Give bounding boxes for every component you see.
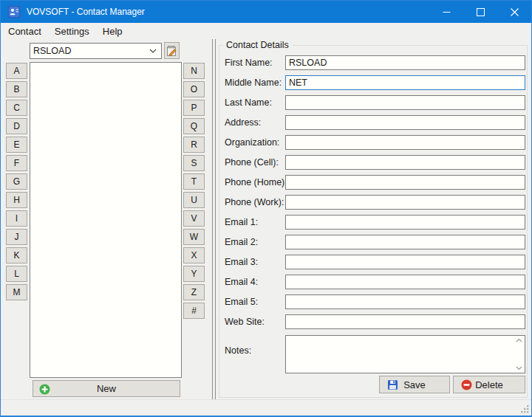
email-3-input[interactable] [285,255,525,269]
alpha-button-v[interactable]: V [183,210,205,227]
contact-list[interactable] [30,62,182,378]
field-row-middle-name: Middle Name: [219,75,527,90]
alpha-button-x[interactable]: X [183,247,205,263]
delete-button-label: Delete [475,379,503,390]
phone-work-input[interactable] [285,195,525,210]
save-button[interactable]: Save [379,376,450,393]
email-2-label: Email 2: [225,237,258,247]
save-floppy-icon [387,379,398,390]
titlebar[interactable]: VOVSOFT - Contact Manager [1,1,531,23]
field-row-web-site: Web Site: [219,314,527,329]
web-site-label: Web Site: [225,317,265,327]
scroll-down-icon[interactable] [516,366,522,371]
field-row-first-name: First Name: [219,55,527,70]
alpha-button-h[interactable]: H [6,192,27,208]
alpha-button-g[interactable]: G [6,173,27,190]
alpha-button-k[interactable]: K [6,247,27,263]
last-name-input[interactable] [285,95,525,110]
delete-icon [461,379,472,390]
close-icon [511,8,519,16]
save-button-label: Save [403,379,426,390]
phone-cell-label: Phone (Cell): [225,157,279,168]
alpha-button-o[interactable]: O [183,81,205,97]
scroll-up-icon[interactable] [516,338,522,342]
window-title: VOVSOFT - Contact Manager [27,7,145,17]
resize-grip[interactable] [520,404,530,414]
alpha-button-u[interactable]: U [183,192,205,208]
last-name-label: Last Name: [225,97,272,108]
phone-cell-input[interactable] [285,155,525,170]
field-row-phone-home: Phone (Home): [219,175,527,190]
phone-home-label: Phone (Home): [225,177,287,187]
email-5-label: Email 5: [225,297,258,307]
app-window: VOVSOFT - Contact Manager Contact Settin… [0,0,532,417]
field-row-address: Address: [219,115,527,130]
email-1-label: Email 1: [225,217,258,227]
contact-dropdown-value: RSLOAD [33,46,71,56]
alpha-button-j[interactable]: J [6,229,27,245]
menu-contact[interactable]: Contact [1,24,48,39]
middle-name-input[interactable] [285,75,525,90]
middle-name-label: Middle Name: [225,77,282,88]
address-input[interactable] [285,115,525,130]
new-contact-button[interactable]: New [33,380,180,397]
edit-contact-button[interactable] [164,42,180,59]
contact-dropdown[interactable]: RSLOAD [30,43,162,59]
email-1-input[interactable] [285,215,525,230]
main-area: RSLOAD A B C D E F G H I J K L M [1,39,531,399]
maximize-button[interactable] [463,1,497,23]
minimize-button[interactable] [429,1,463,23]
close-button[interactable] [497,1,531,23]
alpha-button-n[interactable]: N [183,63,205,79]
notes-scrollbar[interactable] [513,336,525,373]
alpha-button-l[interactable]: L [6,266,27,282]
alpha-button-f[interactable]: F [6,155,27,171]
field-row-phone-work: Phone (Work): [219,195,527,210]
alpha-button-p[interactable]: P [183,100,205,116]
alpha-button-i[interactable]: I [6,210,27,227]
address-label: Address: [225,117,261,128]
statusbar [1,399,531,416]
menu-settings[interactable]: Settings [48,24,96,39]
field-row-email-2: Email 2: [219,235,527,249]
alpha-button-w[interactable]: W [183,229,205,245]
alpha-button-b[interactable]: B [6,81,27,97]
plus-icon [39,384,50,395]
alpha-button-c[interactable]: C [6,100,27,116]
field-row-email-3: Email 3: [219,255,527,269]
first-name-input[interactable] [285,55,525,70]
alpha-button-m[interactable]: M [6,284,27,300]
alpha-button-s[interactable]: S [183,155,205,171]
alpha-button-a[interactable]: A [6,63,27,79]
email-2-input[interactable] [285,235,525,249]
phone-home-input[interactable] [285,175,525,190]
alpha-button-hash[interactable]: # [183,303,205,319]
field-row-organization: Organization: [219,135,527,150]
field-row-email-4: Email 4: [219,275,527,289]
panel-splitter[interactable] [212,39,216,399]
window-controls [429,1,531,23]
minimize-icon [443,8,451,16]
alpha-button-q[interactable]: Q [183,118,205,134]
app-icon [7,5,21,18]
organization-input[interactable] [285,135,525,150]
menu-help[interactable]: Help [96,24,129,39]
alpha-button-r[interactable]: R [183,137,205,153]
field-row-phone-cell: Phone (Cell): [219,155,527,170]
web-site-input[interactable] [285,314,525,329]
email-4-input[interactable] [285,275,525,289]
organization-label: Organization: [225,137,279,148]
phone-work-label: Phone (Work): [225,197,284,207]
email-5-input[interactable] [285,294,525,309]
alpha-button-d[interactable]: D [6,118,27,134]
alpha-button-y[interactable]: Y [183,266,205,282]
alpha-button-t[interactable]: T [183,173,205,190]
email-4-label: Email 4: [225,277,258,287]
alpha-button-z[interactable]: Z [183,284,205,300]
contact-details-group: Contact Details First Name: Middle Name:… [219,45,528,398]
alpha-button-e[interactable]: E [6,137,27,153]
notes-textarea[interactable] [285,335,525,373]
new-button-label: New [97,383,116,394]
delete-button[interactable]: Delete [453,376,525,393]
notes-label: Notes: [225,345,251,356]
